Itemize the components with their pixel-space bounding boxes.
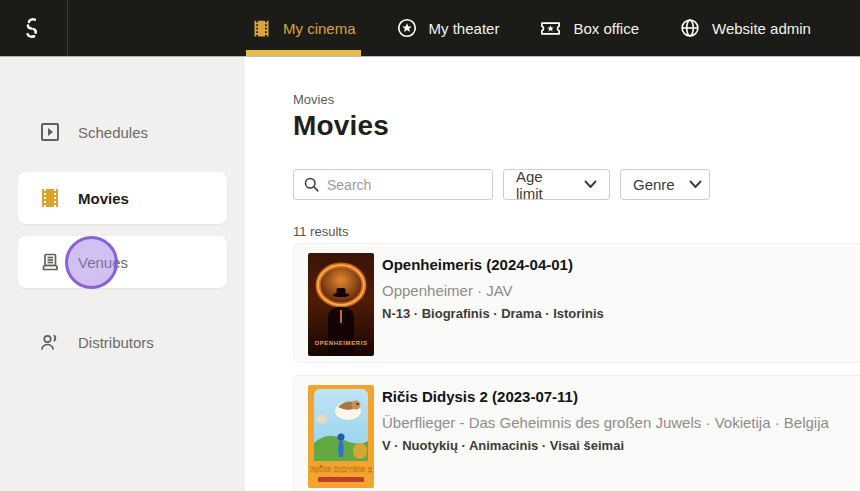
sidebar-item-venues[interactable]: Venues [18, 236, 227, 288]
star-circle-icon [396, 17, 418, 39]
sidebar-item-label: Venues [78, 254, 128, 271]
search-icon [303, 176, 320, 193]
chevron-down-icon [689, 180, 702, 189]
movie-tags: N-13 · Biografinis · Drama · Istorinis [382, 306, 860, 321]
nav-label: My cinema [283, 20, 356, 37]
app-logo-icon[interactable] [16, 13, 46, 43]
sidebar: Schedules Movies Venues [0, 56, 245, 491]
nav-item-box-office[interactable]: Box office [534, 0, 644, 56]
poster-caption: RIČIS DIDYSIS 2 [310, 465, 373, 474]
nav-label: Box office [573, 20, 639, 37]
age-limit-dropdown[interactable]: Age limit [503, 169, 610, 200]
filter-bar: Age limit Genre [293, 169, 860, 200]
nav-item-my-cinema[interactable]: My cinema [246, 0, 361, 56]
movie-info: Openheimeris (2024-04-01) Oppenheimer · … [382, 244, 860, 321]
ticket-icon [539, 17, 562, 40]
nav-label: My theater [429, 20, 500, 37]
movie-title[interactable]: Openheimeris (2024-04-01) [382, 256, 860, 273]
sidebar-item-label: Distributors [78, 334, 154, 351]
film-strip-icon [251, 18, 272, 39]
sidebar-item-label: Schedules [78, 124, 148, 141]
movie-subtitle: Oppenheimer · JAV [382, 282, 860, 299]
sidebar-item-schedules[interactable]: Schedules [18, 106, 227, 158]
movie-subtitle: Überflieger - Das Geheimnis des großen J… [382, 414, 860, 431]
dropdown-label: Genre [633, 176, 675, 193]
sidebar-item-distributors[interactable]: Distributors [18, 316, 227, 368]
sidebar-item-movies[interactable]: Movies [18, 172, 227, 224]
slideshow-icon [38, 120, 62, 144]
movie-tags: V · Nuotykių · Animacinis · Visai šeimai [382, 438, 860, 453]
poster-caption: OPENHEIMERIS [314, 340, 367, 346]
dropdown-label: Age limit [516, 168, 570, 202]
page-title: Movies [293, 110, 860, 142]
nav-item-my-theater[interactable]: My theater [391, 0, 505, 56]
search-box [293, 169, 493, 200]
globe-icon [679, 17, 701, 39]
movie-title[interactable]: Ričis Didysis 2 (2023-07-11) [382, 388, 860, 405]
genre-dropdown[interactable]: Genre [620, 169, 710, 200]
sidebar-item-label: Movies [78, 190, 129, 207]
movie-list-item[interactable]: RIČIS DIDYSIS 2 Ričis Didysis 2 (2023-07… [293, 375, 860, 491]
nav-item-website-admin[interactable]: Website admin [674, 0, 816, 56]
results-count: 11 results [293, 224, 860, 239]
navbar-divider [67, 0, 68, 56]
movie-info: Ričis Didysis 2 (2023-07-11) Überflieger… [382, 376, 860, 453]
nav-label: Website admin [712, 20, 811, 37]
person-voice-icon [38, 330, 62, 354]
main-content: Movies Movies Age limit Genre [245, 56, 860, 491]
movie-poster-ricis-didysis-2: RIČIS DIDYSIS 2 [308, 385, 374, 488]
chevron-down-icon [584, 180, 597, 189]
top-navbar: My cinema My theater Box office [0, 0, 860, 56]
navbar-menu: My cinema My theater Box office [246, 0, 816, 56]
movie-poster-openheimeris: OPENHEIMERIS [308, 253, 374, 356]
venue-building-icon [38, 250, 62, 274]
movie-list-item[interactable]: OPENHEIMERIS Openheimeris (2024-04-01) O… [293, 243, 860, 363]
film-strip-icon [38, 186, 62, 210]
search-input[interactable] [327, 177, 508, 193]
breadcrumb[interactable]: Movies [293, 92, 860, 107]
